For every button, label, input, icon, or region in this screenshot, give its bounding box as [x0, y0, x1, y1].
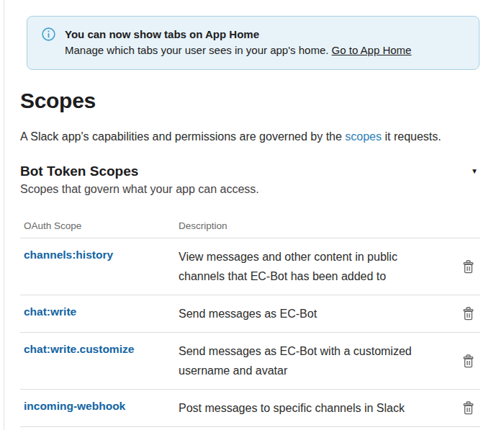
table-header-row: OAuth Scope Description [20, 216, 480, 238]
banner-body: Manage which tabs your user sees in your… [65, 42, 411, 58]
info-circle-icon [42, 27, 55, 44]
scopes-intro: A Slack app's capabilities and permissio… [20, 129, 481, 145]
scope-link-channels-history[interactable]: channels:history [24, 248, 113, 261]
scope-link-incoming-webhook[interactable]: incoming-webhook [24, 400, 125, 412]
header-oauth-scope: OAuth Scope [24, 220, 179, 231]
trash-icon [462, 260, 474, 274]
bot-token-scopes-header: Bot Token Scopes ▼ [20, 164, 481, 179]
banner-title: You can now show tabs on App Home [65, 27, 411, 42]
scopes-doc-link[interactable]: scopes [345, 130, 382, 143]
scope-description: View messages and other content in publi… [179, 247, 446, 286]
table-row: incoming-webhook Post messages to specif… [20, 390, 480, 427]
delete-scope-button[interactable] [461, 259, 476, 275]
table-row: chat:write.customize Send messages as EC… [20, 333, 480, 390]
section-title: Bot Token Scopes [20, 164, 138, 179]
app-home-info-banner: You can now show tabs on App Home Manage… [27, 16, 480, 70]
scope-description: Send messages as EC-Bot with a customize… [179, 341, 446, 380]
scope-description: Post messages to specific channels in Sl… [179, 398, 446, 418]
trash-icon [462, 354, 474, 368]
scope-link-chat-write[interactable]: chat:write [24, 305, 76, 318]
page-title: Scopes [20, 89, 481, 113]
delete-scope-button[interactable] [461, 400, 476, 416]
oauth-scope-table: OAuth Scope Description channels:history… [20, 216, 480, 427]
trash-icon [462, 307, 474, 321]
intro-suffix: it requests. [382, 130, 441, 143]
scope-link-chat-write-customize[interactable]: chat:write.customize [24, 343, 134, 355]
caret-down-icon[interactable]: ▼ [468, 166, 481, 176]
header-description: Description [179, 220, 446, 231]
scopes-page: You can now show tabs on App Home Manage… [20, 0, 481, 430]
delete-scope-button[interactable] [461, 353, 476, 369]
go-to-app-home-link[interactable]: Go to App Home [332, 44, 412, 56]
trash-icon [462, 401, 474, 415]
section-subtitle: Scopes that govern what your app can acc… [20, 183, 481, 196]
page-left-divider [4, 0, 4, 430]
intro-prefix: A Slack app's capabilities and permissio… [20, 130, 345, 143]
table-row: chat:write Send messages as EC-Bot [20, 295, 480, 333]
scope-description: Send messages as EC-Bot [179, 304, 446, 323]
delete-scope-button[interactable] [461, 305, 476, 322]
table-row: channels:history View messages and other… [20, 238, 480, 295]
banner-body-text: Manage which tabs your user sees in your… [65, 44, 332, 56]
